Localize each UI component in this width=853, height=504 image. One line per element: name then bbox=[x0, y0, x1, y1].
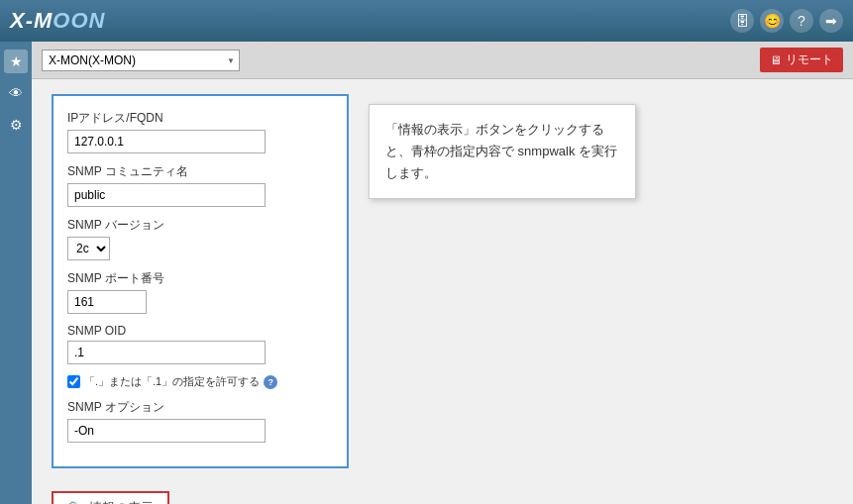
snmp-option-label: SNMP オプション bbox=[67, 399, 333, 416]
main-layout: ★ 👁 ⚙ X-MON(X-MON) 🖥 リモート IPアドレス/FQDN bbox=[0, 42, 853, 504]
remote-icon: 🖥 bbox=[770, 53, 782, 67]
header: X-MOON 🗄 😊 ? ➡ bbox=[0, 0, 853, 42]
allow-dot-checkbox[interactable] bbox=[67, 375, 80, 388]
show-info-button[interactable]: 🔍 情報の表示 bbox=[52, 491, 169, 504]
snmp-version-field-group: SNMP バージョン 1 2c 3 bbox=[67, 217, 333, 260]
snmp-version-label: SNMP バージョン bbox=[67, 217, 333, 234]
snmp-version-select[interactable]: 1 2c 3 bbox=[67, 237, 110, 260]
content-area: X-MON(X-MON) 🖥 リモート IPアドレス/FQDN SNMP コミュ… bbox=[32, 42, 853, 504]
search-icon: 🔍 bbox=[67, 501, 83, 505]
ip-label: IPアドレス/FQDN bbox=[67, 110, 333, 127]
help-icon[interactable]: ? bbox=[790, 9, 813, 33]
header-icons: 🗄 😊 ? ➡ bbox=[730, 9, 843, 33]
snmp-oid-label: SNMP OID bbox=[67, 324, 333, 338]
tooltip-box: 「情報の表示」ボタンをクリックすると、青枠の指定内容で snmpwalk を実行… bbox=[369, 104, 636, 199]
form-box: IPアドレス/FQDN SNMP コミュニティ名 SNMP バージョン 1 2c… bbox=[52, 94, 349, 468]
snmp-port-input[interactable] bbox=[67, 290, 147, 314]
checkbox-label: 「.」または「.1」の指定を許可する bbox=[84, 374, 260, 389]
face-icon[interactable]: 😊 bbox=[760, 9, 784, 33]
logout-icon[interactable]: ➡ bbox=[819, 9, 843, 33]
checkbox-row: 「.」または「.1」の指定を許可する ? bbox=[67, 374, 333, 389]
logo-text: X-M bbox=[10, 8, 53, 33]
sidebar: ★ 👁 ⚙ bbox=[0, 42, 32, 504]
snmp-oid-field-group: SNMP OID bbox=[67, 324, 333, 364]
snmp-community-input[interactable] bbox=[67, 183, 266, 207]
form-area: IPアドレス/FQDN SNMP コミュニティ名 SNMP バージョン 1 2c… bbox=[32, 79, 853, 483]
top-bar: X-MON(X-MON) 🖥 リモート bbox=[32, 42, 853, 79]
show-info-label: 情報の表示 bbox=[89, 499, 154, 504]
snmp-option-field-group: SNMP オプション bbox=[67, 399, 333, 443]
snmp-community-label: SNMP コミュニティ名 bbox=[67, 163, 333, 180]
snmp-port-field-group: SNMP ポート番号 bbox=[67, 270, 333, 314]
sidebar-gear-icon[interactable]: ⚙ bbox=[4, 113, 28, 137]
logo: X-MOON bbox=[10, 8, 105, 34]
snmp-option-input[interactable] bbox=[67, 419, 266, 443]
ip-field-group: IPアドレス/FQDN bbox=[67, 110, 333, 153]
logo-moon: OON bbox=[53, 8, 105, 33]
db-icon[interactable]: 🗄 bbox=[730, 9, 754, 33]
remote-button[interactable]: 🖥 リモート bbox=[760, 48, 843, 72]
ip-input[interactable] bbox=[67, 130, 266, 153]
remote-label: リモート bbox=[786, 51, 833, 68]
sidebar-eye-icon[interactable]: 👁 bbox=[4, 81, 28, 105]
checkbox-help-icon[interactable]: ? bbox=[264, 375, 277, 389]
monitor-select[interactable]: X-MON(X-MON) bbox=[42, 50, 240, 71]
sidebar-star-icon[interactable]: ★ bbox=[4, 50, 28, 73]
button-area: 🔍 情報の表示 bbox=[32, 483, 853, 504]
tooltip-text: 「情報の表示」ボタンをクリックすると、青枠の指定内容で snmpwalk を実行… bbox=[385, 122, 617, 180]
snmp-oid-input[interactable] bbox=[67, 341, 266, 364]
dropdown-wrapper: X-MON(X-MON) bbox=[42, 50, 240, 71]
snmp-port-label: SNMP ポート番号 bbox=[67, 270, 333, 287]
snmp-community-field-group: SNMP コミュニティ名 bbox=[67, 163, 333, 207]
